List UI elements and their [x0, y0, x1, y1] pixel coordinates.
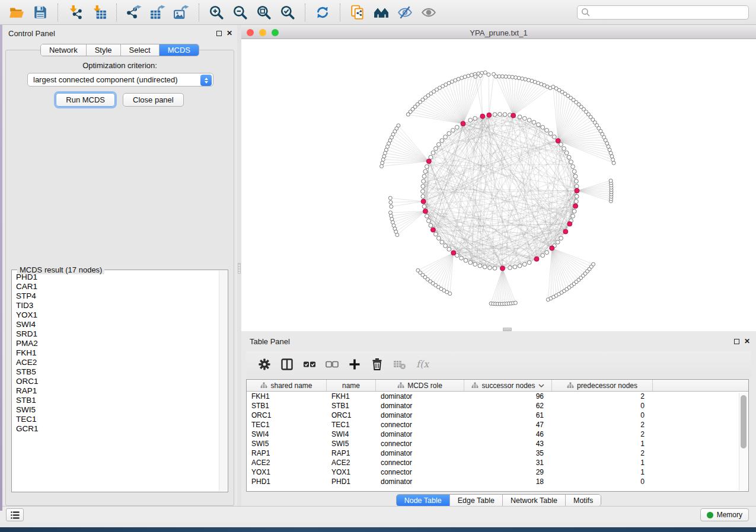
cell-successor-nodes[interactable]: 62 — [464, 401, 552, 411]
cell-MCDS-role[interactable]: connector — [376, 458, 464, 467]
tab-node-table[interactable]: Node Table — [397, 495, 450, 506]
cell-MCDS-role[interactable]: dominator — [376, 401, 464, 411]
cell-successor-nodes[interactable]: 35 — [464, 448, 552, 458]
close-panel-icon[interactable]: ✕ — [227, 31, 232, 36]
column-header-successor-nodes[interactable]: successor nodes — [464, 380, 552, 391]
column-header-name[interactable]: name — [327, 380, 376, 391]
cell-predecessor-nodes[interactable]: 2 — [552, 430, 653, 439]
select-all-button[interactable] — [299, 355, 320, 374]
table-row[interactable]: ACE2ACE2connector311 — [247, 458, 748, 467]
table-row[interactable]: YOX1YOX1connector291 — [247, 467, 748, 477]
clone-network-button[interactable] — [347, 3, 368, 22]
float-panel-icon[interactable] — [734, 339, 739, 344]
network-titlebar[interactable]: YPA_prune.txt_1 — [241, 27, 756, 39]
search-network-button[interactable] — [371, 3, 392, 22]
mcds-result-item[interactable]: ORC1 — [16, 377, 218, 386]
search-input[interactable] — [590, 7, 748, 18]
cell-predecessor-nodes[interactable]: 2 — [552, 448, 653, 458]
table-scrollbar-thumb[interactable] — [741, 395, 747, 448]
float-panel-icon[interactable] — [216, 31, 222, 36]
cell-predecessor-nodes[interactable]: 1 — [552, 439, 653, 448]
cell-successor-nodes[interactable]: 31 — [464, 458, 552, 467]
cell-MCDS-role[interactable]: connector — [376, 467, 464, 477]
cell-MCDS-role[interactable]: dominator — [376, 448, 464, 458]
cell-name[interactable]: RAP1 — [327, 448, 376, 458]
cell-name[interactable]: SWI5 — [327, 439, 376, 448]
mcds-result-item[interactable]: STP4 — [16, 291, 218, 301]
criterion-dropdown[interactable]: largest connected component (undirected) — [27, 73, 213, 86]
cell-shared-name[interactable]: RAP1 — [247, 448, 327, 458]
mcds-result-item[interactable]: YOX1 — [16, 310, 218, 320]
cell-MCDS-role[interactable]: dominator — [376, 411, 464, 420]
tab-select[interactable]: Select — [121, 44, 160, 56]
mcds-result-list[interactable]: PHD1CAR1STP4TID3YOX1SWI4SRD1PMA2FKH1ACE2… — [13, 273, 218, 491]
delete-row-button[interactable] — [367, 355, 387, 374]
mcds-result-item[interactable]: TID3 — [16, 301, 218, 310]
zoom-in-button[interactable] — [206, 3, 227, 22]
cell-successor-nodes[interactable]: 46 — [464, 430, 552, 439]
search-box[interactable] — [577, 5, 749, 20]
table-row[interactable]: RAP1RAP1dominator352 — [247, 448, 748, 458]
mcds-result-item[interactable]: SWI5 — [16, 405, 218, 415]
cell-successor-nodes[interactable]: 47 — [464, 420, 552, 430]
cell-successor-nodes[interactable]: 96 — [464, 392, 552, 401]
table-scrollbar[interactable] — [739, 393, 748, 491]
export-network-button[interactable] — [123, 3, 145, 22]
mcds-result-item[interactable]: FKH1 — [16, 348, 218, 358]
network-canvas[interactable] — [241, 39, 756, 331]
mcds-result-item[interactable]: RAP1 — [16, 386, 218, 396]
cell-shared-name[interactable]: PHD1 — [247, 477, 327, 486]
cell-MCDS-role[interactable]: connector — [376, 420, 464, 430]
cell-predecessor-nodes[interactable]: 0 — [552, 411, 653, 420]
tab-network[interactable]: Network — [41, 44, 87, 56]
close-panel-icon[interactable]: ✕ — [744, 339, 750, 344]
cell-shared-name[interactable]: ACE2 — [247, 458, 327, 467]
mcds-result-item[interactable]: GCR1 — [16, 424, 218, 434]
mcds-result-item[interactable]: CAR1 — [16, 282, 218, 291]
cell-MCDS-role[interactable]: dominator — [376, 392, 464, 401]
column-header-MCDS-role[interactable]: MCDS role — [376, 380, 464, 391]
cell-name[interactable]: YOX1 — [327, 467, 376, 477]
cell-predecessor-nodes[interactable]: 0 — [552, 477, 653, 486]
cell-predecessor-nodes[interactable]: 2 — [552, 392, 653, 401]
cell-MCDS-role[interactable]: dominator — [376, 430, 464, 439]
network-graph[interactable] — [241, 39, 756, 330]
hide-graphics-details-button[interactable] — [394, 3, 416, 22]
table-row[interactable]: PHD1PHD1dominator180 — [247, 477, 748, 486]
import-network-button[interactable] — [65, 3, 86, 22]
cell-shared-name[interactable]: SWI5 — [247, 439, 327, 448]
cell-MCDS-role[interactable]: dominator — [376, 477, 464, 486]
import-table-button[interactable] — [88, 3, 110, 22]
cell-successor-nodes[interactable]: 18 — [464, 477, 552, 486]
table-row[interactable]: SWI4SWI4dominator462 — [247, 430, 748, 439]
vertical-splitter[interactable] — [237, 25, 241, 511]
export-image-button[interactable] — [171, 3, 192, 22]
cell-name[interactable]: SWI4 — [327, 430, 376, 439]
cell-name[interactable]: ORC1 — [327, 411, 376, 420]
cell-successor-nodes[interactable]: 29 — [464, 467, 552, 477]
zoom-selected-button[interactable] — [277, 3, 298, 22]
refresh-layout-button[interactable] — [312, 3, 333, 22]
horizontal-splitter-grip[interactable] — [503, 328, 512, 331]
table-row[interactable]: ORC1ORC1dominator610 — [247, 411, 748, 420]
cell-name[interactable]: TEC1 — [327, 420, 376, 430]
cell-predecessor-nodes[interactable]: 2 — [552, 420, 653, 430]
cell-name[interactable]: ACE2 — [327, 458, 376, 467]
splitter-grip[interactable] — [238, 263, 241, 274]
cell-predecessor-nodes[interactable]: 1 — [552, 458, 653, 467]
column-header-shared-name[interactable]: shared name — [247, 380, 327, 391]
mcds-result-item[interactable]: STB5 — [16, 367, 218, 377]
deselect-all-button[interactable] — [322, 355, 342, 374]
cell-shared-name[interactable]: ORC1 — [247, 411, 327, 420]
cell-predecessor-nodes[interactable]: 1 — [552, 467, 653, 477]
mcds-result-item[interactable]: PHD1 — [16, 273, 218, 282]
table-row[interactable]: STB1STB1dominator620 — [247, 401, 748, 411]
mcds-result-item[interactable]: SRD1 — [16, 329, 218, 339]
tab-network-table[interactable]: Network Table — [503, 495, 566, 506]
cell-name[interactable]: PHD1 — [327, 477, 376, 486]
cell-name[interactable]: FKH1 — [327, 392, 376, 401]
mcds-result-item[interactable]: TEC1 — [16, 415, 218, 424]
columns-button[interactable] — [277, 355, 297, 374]
mcds-result-item[interactable]: PMA2 — [16, 339, 218, 348]
tab-style[interactable]: Style — [87, 44, 121, 56]
